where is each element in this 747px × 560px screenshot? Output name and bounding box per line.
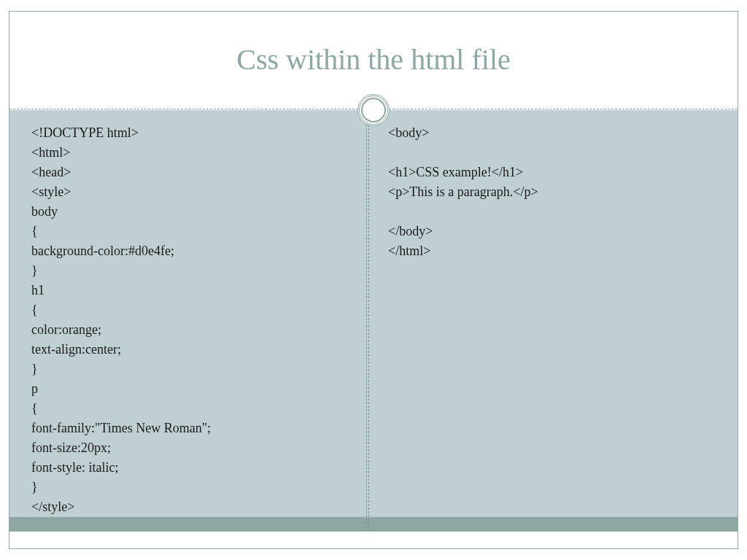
code-block-left: <!DOCTYPE html> <html> <head> <style> bo…: [9, 110, 366, 532]
content-panel: <!DOCTYPE html> <html> <head> <style> bo…: [9, 110, 738, 532]
slide-container: Css within the html file <!DOCTYPE html>…: [9, 11, 738, 549]
vertical-divider-icon: [368, 110, 369, 532]
two-column-layout: <!DOCTYPE html> <html> <head> <style> bo…: [9, 110, 738, 532]
vertical-divider-icon: [366, 110, 367, 532]
code-block-right: <body> <h1>CSS example!</h1> <p>This is …: [366, 110, 738, 532]
footer-accent-bar: [9, 517, 738, 532]
circle-ornament-icon: [357, 94, 390, 126]
slide-title: Css within the html file: [9, 12, 738, 77]
